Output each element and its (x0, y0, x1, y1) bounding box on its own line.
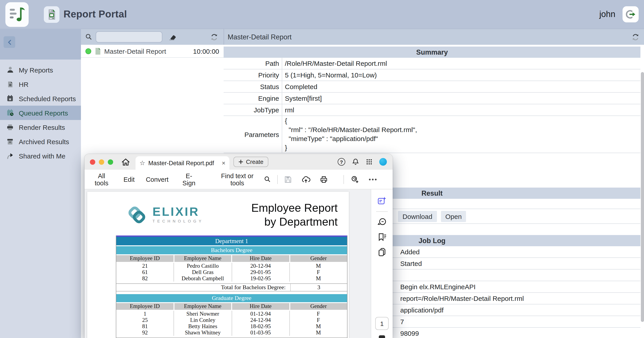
column-header: Employee ID (116, 303, 173, 310)
list-item-title: Master-Detail Report (104, 47, 166, 55)
more-options-button[interactable] (368, 178, 377, 181)
notifications-button[interactable] (352, 158, 359, 166)
table-cell: 18-02-95 (232, 323, 290, 329)
table-cell: Deborah Campbell (174, 275, 232, 282)
table-cell: 25 (116, 317, 174, 323)
star-icon[interactable]: ☆ (140, 160, 145, 166)
table-gap (116, 282, 347, 283)
vertical-scrollbar[interactable] (641, 72, 644, 322)
table-cell: 01-12-94 (232, 311, 290, 317)
summary-row-value: { "rml" : "/Role/HR/Master-Detail Report… (285, 116, 417, 152)
esign-button[interactable]: E-Sign (180, 172, 198, 186)
window-close-icon[interactable] (90, 159, 95, 165)
save-button[interactable] (284, 175, 292, 183)
detail-refresh-button[interactable] (632, 33, 640, 41)
table-cell: F (290, 311, 347, 317)
sidebar-top (0, 29, 81, 60)
brand-name: ELIXIR (152, 206, 204, 218)
search-input[interactable] (96, 31, 162, 43)
ellipsis-icon (368, 178, 377, 181)
logout-icon (625, 9, 636, 20)
download-button[interactable]: Download (398, 211, 437, 222)
create-button[interactable]: Create (234, 157, 268, 167)
table-row: 92 Shawn Whitney 01-03-95 M (116, 329, 347, 336)
table-cell: 82 (116, 275, 174, 282)
sidebar-nav: My Reports HR Scheduled Reports (0, 60, 81, 338)
sidebar-item-shared-with-me[interactable]: Shared with Me (0, 149, 81, 163)
pdf-document-tab[interactable]: ☆ Master-Detail Report.pdf × (136, 156, 230, 170)
home-icon (121, 158, 130, 166)
open-button[interactable]: Open (441, 211, 466, 222)
sidebar-item-hr[interactable]: HR (0, 77, 81, 91)
request-signatures-button[interactable] (350, 175, 359, 183)
table-row: 25 Lin Conley 24-12-94 F (116, 317, 347, 323)
app-logo[interactable] (5, 2, 28, 27)
report-file-icon (94, 47, 101, 55)
sidebar-item-archived-results[interactable]: Archived Results (0, 134, 81, 149)
window-minimize-icon[interactable] (99, 159, 104, 165)
home-button[interactable] (121, 158, 130, 166)
table-cell: M (290, 323, 347, 329)
summary-row-label: Status (224, 81, 282, 92)
calendar-clock-icon (6, 109, 14, 117)
pdf-page: ELIXIR TECHNOLOGY Employee Report by Dep… (87, 192, 349, 338)
eraser-icon (168, 33, 177, 41)
sidebar-item-my-reports[interactable]: My Reports (0, 63, 81, 77)
comments-button[interactable] (377, 217, 386, 226)
summary-row: JobType rml (224, 104, 640, 116)
sidebar-collapse-button[interactable] (4, 36, 15, 48)
find-text-button[interactable]: Find text or tools (215, 172, 271, 186)
logout-button[interactable] (622, 6, 639, 22)
sidebar-item-queued-reports[interactable]: Queued Reports (0, 106, 81, 120)
apps-grid-button[interactable] (366, 158, 372, 165)
table-cell: M (290, 263, 347, 269)
summary-row: Priority 5 (1=High, 5=Normal, 10=Low) (224, 69, 640, 81)
table-cell: 21 (116, 263, 174, 269)
create-button-label: Create (246, 158, 264, 165)
window-zoom-icon[interactable] (108, 159, 113, 165)
pages-button[interactable] (378, 248, 386, 257)
window-actions: ? (338, 158, 387, 166)
summary-row-value: /Role/HR/Master-Detail Report.rml (282, 58, 640, 69)
bookmarks-button[interactable] (377, 233, 386, 241)
table-row: 21 Pedro Castillo 20-12-94 M (116, 263, 347, 269)
avatar[interactable] (379, 158, 387, 166)
tab-close-icon[interactable]: × (222, 160, 226, 166)
pdf-page-area: ELIXIR TECHNOLOGY Employee Report by Dep… (84, 189, 371, 338)
column-header-row: Employee ID Employee Name Hire Date Gend… (116, 254, 347, 263)
subgroup-header: Graduate Degree (116, 294, 347, 302)
sidebar-item-scheduled-reports[interactable]: Scheduled Reports (0, 91, 81, 106)
table-cell: Dell Gras (174, 269, 232, 275)
toolbar-divider (277, 175, 278, 184)
convert-button[interactable]: Convert (146, 176, 168, 183)
share-upload-button[interactable] (302, 175, 310, 183)
summary-row-value: rml (282, 104, 640, 116)
print-button[interactable] (320, 175, 328, 183)
list-refresh-button[interactable] (210, 33, 218, 41)
page-number-box[interactable]: 1 (375, 317, 389, 330)
ai-assistant-icon (377, 196, 387, 206)
column-header: Employee Name (174, 303, 231, 310)
elixir-logo: ELIXIR TECHNOLOGY (126, 205, 204, 225)
help-button[interactable]: ? (338, 158, 345, 166)
summary-row-label: Priority (224, 69, 282, 81)
sidebar-item-render-results[interactable]: Render Results (0, 120, 81, 134)
printer-icon (6, 123, 14, 131)
summary-row-label: Parameters (224, 116, 282, 153)
plus-icon (238, 159, 243, 164)
table-cell: Lin Conley (174, 317, 232, 323)
list-item[interactable]: Master-Detail Report 10:00:00 (81, 45, 224, 58)
ai-assistant-button[interactable] (377, 196, 387, 206)
apps-grid-icon (366, 158, 372, 165)
document-title: Employee Report by Department (204, 201, 338, 229)
all-tools-button[interactable]: All tools (91, 172, 112, 186)
document-title-line2: by Department (204, 215, 338, 229)
total-label: Total for Bachelors Degree: (116, 284, 291, 291)
sidebar-item-label: Shared with Me (19, 152, 65, 160)
total-row: Total for Bachelors Degree: 3 (116, 283, 347, 291)
clear-search-button[interactable] (168, 33, 177, 41)
edit-button[interactable]: Edit (124, 176, 134, 183)
table-row: 61 Dell Gras 29-01-95 F (116, 269, 347, 275)
summary-row: Engine System[first] (224, 93, 640, 104)
table-cell: Betty Haines (174, 323, 232, 329)
